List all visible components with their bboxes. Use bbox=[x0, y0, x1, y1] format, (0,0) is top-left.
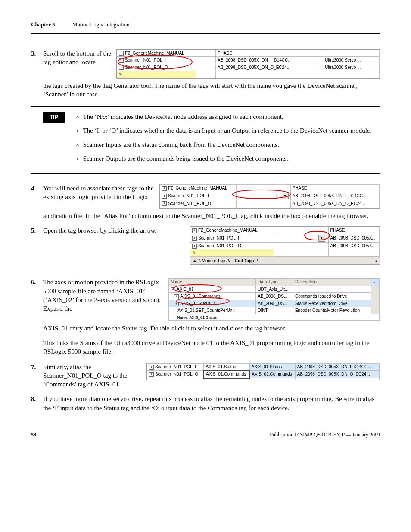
tip-item: The ‘Nxx’ indicates the DeviceNet node a… bbox=[83, 112, 372, 121]
expand-icon: + bbox=[119, 65, 124, 70]
tip-block: TIP The ‘Nxx’ indicates the DeviceNet no… bbox=[31, 106, 380, 174]
tag-type: PHASE bbox=[328, 227, 379, 234]
col-header: Name bbox=[169, 279, 256, 286]
tag-name: Scanner_N01_POL_O bbox=[155, 372, 198, 376]
step-text: If you have more than one servo drive, r… bbox=[43, 395, 374, 411]
col-header: Description bbox=[293, 279, 371, 286]
tag-type: AB_2098_DSD_005X... bbox=[328, 234, 379, 242]
expand-icon: + bbox=[162, 186, 167, 191]
tag-type: AB_2098_DSD_005X_DN_I_D14CC... bbox=[216, 57, 314, 64]
page-header: Chapter 5 Motion Logix Integration bbox=[31, 21, 380, 34]
expand-icon: + bbox=[119, 51, 124, 56]
tag-name: Scanner_N01_POL_I bbox=[155, 364, 196, 369]
step-4: 4. +FZ_GenericMachine_MANUALPHASE +Scann… bbox=[31, 184, 380, 220]
step-3: 3. +FZ_GenericMachine_MANUALPHASE +Scann… bbox=[31, 49, 380, 99]
step-text: Scroll to the bottom of the tag editor a… bbox=[43, 50, 111, 65]
step-text: The axes of motion provided in the RSLog… bbox=[43, 279, 161, 312]
tag-name: AXIS_01.SET_CountsPerUnit bbox=[177, 308, 234, 313]
dropdown-arrow-icon: ▾ bbox=[318, 235, 325, 242]
step-text: the tags created by the Tag Generator to… bbox=[43, 82, 358, 98]
tag-type: PHASE bbox=[290, 185, 379, 192]
tag-name: Scanner_N01_POL_O bbox=[125, 65, 168, 70]
tag-type: AB_2098_DSD_005X... bbox=[328, 242, 379, 249]
instruction-list: 3. +FZ_GenericMachine_MANUALPHASE +Scann… bbox=[31, 49, 380, 412]
tag-desc: Ultra3000 Servo ... bbox=[323, 64, 372, 71]
base-tag: AXIS_01.Status bbox=[249, 363, 295, 370]
tag-type: AB_2098_DS... bbox=[256, 300, 293, 307]
step-text: You will need to associate these tags to… bbox=[43, 185, 154, 200]
screenshot-step4: +FZ_GenericMachine_MANUALPHASE +Scanner_… bbox=[159, 184, 380, 209]
expand-icon: + bbox=[192, 236, 197, 241]
step-6: 6. NameData TypeDescription▴ −AXIS_01UDT… bbox=[31, 278, 380, 356]
tag-name: FZ_GenericMachine_MANUAL bbox=[125, 51, 184, 56]
tab-edit: Edit Tags bbox=[232, 258, 256, 264]
step-number: 8. bbox=[31, 395, 36, 403]
tag-name: Scanner_N01_POL_I bbox=[168, 193, 209, 198]
expand-icon: + bbox=[149, 372, 154, 377]
tag-type: AB_2098_DSD_005X_DN_I_D14CC... bbox=[290, 192, 379, 200]
step-text: AXIS_01 entry and locate the Status tag.… bbox=[43, 325, 286, 332]
step-number: 5. bbox=[31, 226, 36, 235]
chapter-title: Motion Logix Integration bbox=[72, 21, 130, 28]
step-number: 6. bbox=[31, 278, 36, 286]
step-number: 7. bbox=[31, 363, 36, 371]
tag-type: AB_2098_DSD_005X_DN_I_D14CC... bbox=[295, 363, 379, 370]
tab-monitor: \ Monitor Tags λ bbox=[197, 258, 232, 264]
step-number: 4. bbox=[31, 184, 36, 193]
col-header: Data Type bbox=[256, 279, 293, 286]
step-number: 3. bbox=[31, 49, 36, 58]
tip-item: The ‘I’ or ‘O’ indicates whether the dat… bbox=[83, 126, 372, 135]
tag-name: Scanner_N01_POL_I bbox=[125, 58, 166, 62]
expand-icon: + bbox=[174, 302, 179, 306]
tag-type: AB_2098_DSD_005X_DN_O_EC24... bbox=[295, 370, 379, 378]
step-7: 7. +Scanner_N01_POL_I AXIS_01.Status AXI… bbox=[31, 363, 380, 389]
tip-badge: TIP bbox=[43, 112, 65, 123]
tag-name: Scanner_N01_POL_O bbox=[168, 201, 211, 206]
tag-desc: Status Received from Drive bbox=[293, 300, 371, 307]
tag-desc: Encoder Counts/Motor Revolution bbox=[293, 307, 371, 314]
tag-name: AXIS_01 bbox=[177, 287, 193, 292]
dropdown-arrow-icon: ▾ bbox=[282, 193, 289, 199]
expand-icon: + bbox=[192, 244, 197, 249]
tag-name: FZ_GenericMachine_MANUAL bbox=[198, 228, 258, 233]
step-5: 5. +FZ_GenericMachine_MANUALPHASE +Scann… bbox=[31, 226, 380, 268]
alias-for: AXIS_01.Status bbox=[204, 363, 249, 370]
scroll-left-icon: ◂ bbox=[375, 258, 377, 264]
tag-name: AXIS_01.Status bbox=[180, 301, 211, 306]
expand-icon: + bbox=[192, 228, 197, 233]
expand-icon: + bbox=[162, 194, 167, 199]
tag-type: DINT bbox=[256, 307, 293, 314]
tag-desc: Ultra3000 Servo ... bbox=[323, 57, 372, 64]
screenshot-step3: +FZ_GenericMachine_MANUALPHASE +Scanner_… bbox=[116, 49, 380, 79]
screenshot-step7: +Scanner_N01_POL_I AXIS_01.Status AXIS_0… bbox=[146, 363, 380, 380]
expand-icon: + bbox=[162, 201, 167, 206]
tag-type: AB_2098_DSD_005X_DN_O_EC24... bbox=[290, 200, 379, 207]
publication-info: Publication IASIMP-QS011B-EN-P — January… bbox=[270, 431, 380, 438]
screenshot-step5: +FZ_GenericMachine_MANUALPHASE +Scanner_… bbox=[190, 226, 380, 265]
page-footer: 58 Publication IASIMP-QS011B-EN-P — Janu… bbox=[31, 431, 380, 438]
page-number: 58 bbox=[31, 431, 36, 438]
screenshot-step6: NameData TypeDescription▴ −AXIS_01UDT_Ax… bbox=[168, 278, 380, 321]
step-text: application file. In the ‘Alias For’ col… bbox=[43, 212, 369, 219]
collapse-icon: − bbox=[171, 287, 175, 292]
tag-type: AB_2098_DS... bbox=[256, 293, 293, 300]
step-text: This links the Status of the Ultra3000 d… bbox=[43, 339, 380, 356]
step-text: Similarly, alias the Scanner_N01_POL_O t… bbox=[43, 364, 127, 388]
tag-type: UDT_Axis_Ult... bbox=[256, 286, 293, 293]
tag-name: Scanner_N01_POL_I bbox=[198, 236, 239, 240]
status-name: Name: AXIS_01.Status bbox=[177, 315, 217, 320]
tip-item: Scanner Inputs are the status coming bac… bbox=[83, 140, 372, 149]
tag-type: AB_2098_DSD_005X_DN_O_EC24... bbox=[216, 64, 314, 71]
tag-desc: Commands Issued to Drive bbox=[293, 293, 371, 300]
tag-name: AXIS_01.Commands bbox=[180, 294, 220, 299]
tag-name: FZ_GenericMachine_MANUAL bbox=[168, 186, 227, 190]
tip-item: Scanner Outputs are the commands being i… bbox=[83, 154, 372, 163]
expand-icon: + bbox=[119, 58, 124, 63]
step-text: Open the tag browser by clicking the arr… bbox=[43, 227, 156, 234]
tag-name: Scanner_N01_POL_O bbox=[198, 243, 241, 248]
expand-icon: + bbox=[174, 294, 179, 299]
tag-type: PHASE bbox=[216, 50, 314, 57]
tip-body: The ‘Nxx’ indicates the DeviceNet node a… bbox=[74, 112, 372, 168]
chapter-label: Chapter 5 bbox=[31, 21, 55, 28]
expand-icon: + bbox=[149, 365, 154, 370]
